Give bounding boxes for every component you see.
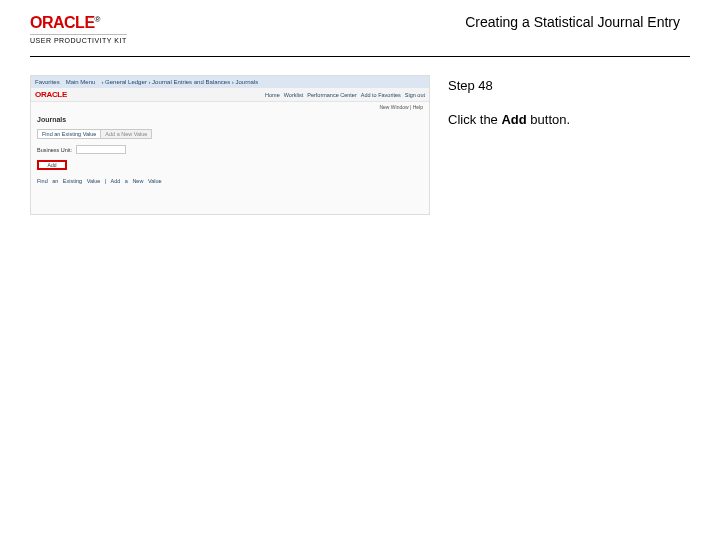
content-area: Favorites Main Menu › General Ledger › J…	[0, 75, 720, 215]
breadcrumb-bar: Favorites Main Menu › General Ledger › J…	[31, 76, 429, 88]
breadcrumb-item: Favorites	[35, 79, 60, 85]
screen-footer-links: Find an Existing Value | Add a New Value	[37, 178, 423, 184]
app-screenshot: Favorites Main Menu › General Ledger › J…	[30, 75, 430, 215]
screen-heading: Journals	[37, 116, 423, 123]
brand-logo-block: ORACLE® USER PRODUCTIVITY KIT	[30, 14, 127, 44]
nav-signout: Sign out	[405, 92, 425, 98]
oracle-logo: ORACLE®	[30, 14, 100, 32]
page-header: ORACLE® USER PRODUCTIVITY KIT Creating a…	[0, 0, 720, 52]
instruction-text: Click the Add button.	[448, 111, 682, 129]
nav-home: Home	[265, 92, 280, 98]
sub-toolbar: New Window | Help	[31, 102, 429, 112]
oracle-logo-text: ORACLE	[30, 14, 95, 31]
instruction-pre: Click the	[448, 112, 501, 127]
app-navbar: ORACLE Home Worklist Performance Center …	[31, 88, 429, 102]
tab-add-new: Add a New Value	[101, 129, 152, 139]
nav-links: Home Worklist Performance Center Add to …	[265, 92, 425, 98]
page-title: Creating a Statistical Journal Entry	[465, 14, 680, 30]
nav-add-fav: Add to Favorites	[361, 92, 401, 98]
add-button[interactable]: Add	[37, 160, 67, 170]
instruction-post: button.	[527, 112, 570, 127]
field-row: Business Unit:	[37, 145, 423, 154]
instruction-panel: Step 48 Click the Add button.	[430, 75, 690, 215]
product-subtitle: USER PRODUCTIVITY KIT	[30, 34, 127, 44]
instruction-target: Add	[501, 112, 526, 127]
header-divider	[30, 56, 690, 57]
tab-find-existing: Find an Existing Value	[37, 129, 101, 139]
app-oracle-logo: ORACLE	[35, 90, 67, 99]
business-unit-label: Business Unit:	[37, 147, 72, 153]
screenshot-body: Journals Find an Existing Value Add a Ne…	[31, 112, 429, 188]
breadcrumb-item: › General Ledger › Journal Entries and B…	[101, 79, 258, 85]
step-number: Step 48	[448, 77, 682, 95]
tab-strip: Find an Existing Value Add a New Value	[37, 129, 423, 139]
business-unit-input	[76, 145, 126, 154]
nav-worklist: Worklist	[284, 92, 303, 98]
trademark-symbol: ®	[95, 15, 100, 24]
breadcrumb-item: Main Menu	[66, 79, 96, 85]
nav-perf: Performance Center	[307, 92, 357, 98]
